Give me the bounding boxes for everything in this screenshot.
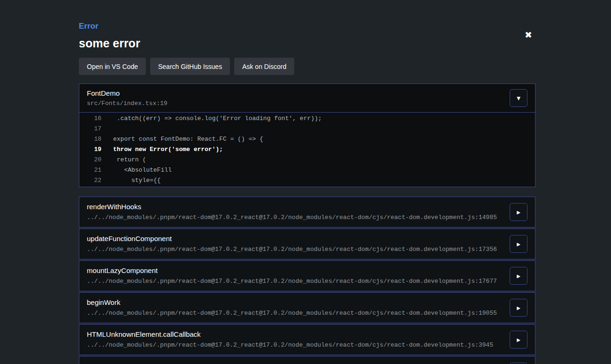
line-number: 18 — [79, 134, 101, 144]
chevron-right-icon: ▶ — [517, 273, 520, 279]
stack-frame-title: renderWithHooks — [87, 203, 527, 211]
main-stack-frame-header: FontDemo src/Fonts/index.tsx:19 ▼ — [79, 84, 535, 113]
line-text — [101, 124, 113, 134]
line-text: throw new Error('some error'); — [101, 144, 223, 155]
line-text: <AbsoluteFill — [101, 165, 172, 175]
chevron-right-icon: ▶ — [517, 242, 520, 247]
code-line-highlighted: 19 throw new Error('some error'); — [79, 144, 535, 155]
stack-frame-path: ../../node_modules/.pnpm/react-dom@17.0.… — [87, 278, 527, 285]
stack-frame-path: ../../node_modules/.pnpm/react-dom@17.0.… — [87, 214, 527, 221]
main-frame-location: src/Fonts/index.tsx:19 — [87, 100, 168, 107]
chevron-right-icon: ▶ — [517, 210, 520, 215]
main-stack-frame-info: FontDemo src/Fonts/index.tsx:19 — [87, 89, 168, 107]
code-line: 22 style={{ — [79, 175, 535, 186]
code-line: 20 return ( — [79, 155, 535, 165]
code-line: 18 export const FontDemo: React.FC = () … — [79, 134, 535, 144]
code-line: 16 .catch((err) => console.log('Error lo… — [79, 114, 535, 124]
search-github-issues-button[interactable]: Search GitHub Issues — [150, 58, 230, 75]
line-text: return ( — [101, 155, 146, 165]
open-in-vscode-button[interactable]: Open in VS Code — [79, 58, 146, 75]
expand-frame-button[interactable]: ▶ — [510, 299, 527, 317]
stack-frame-list: renderWithHooks ../../node_modules/.pnpm… — [79, 197, 535, 364]
expand-frame-button[interactable]: ▶ — [510, 267, 527, 285]
line-number: 19 — [79, 144, 101, 155]
stack-frame-updatefunctioncomponent: updateFunctionComponent ../../node_modul… — [79, 228, 535, 259]
line-number: 16 — [79, 114, 101, 124]
stack-frame-title: mountLazyComponent — [87, 266, 527, 275]
stack-frame-title: HTMLUnknownElement.callCallback — [87, 330, 527, 339]
stack-frame-path: ../../node_modules/.pnpm/react-dom@17.0.… — [87, 246, 527, 253]
code-snippet: 16 .catch((err) => console.log('Error lo… — [79, 113, 535, 187]
ask-on-discord-button[interactable]: Ask on Discord — [234, 58, 294, 75]
expand-frame-button[interactable]: ▶ — [510, 203, 527, 221]
line-text: export const FontDemo: React.FC = () => … — [101, 134, 263, 144]
stack-frame-title: updateFunctionComponent — [87, 235, 527, 243]
stack-frame-mountlazycomponent: mountLazyComponent ../../node_modules/.p… — [79, 260, 535, 291]
stack-frame-title: beginWork — [87, 298, 527, 307]
line-number: 21 — [79, 165, 101, 175]
line-number: 17 — [79, 124, 101, 134]
main-frame-title: FontDemo — [87, 89, 168, 98]
stack-frame-callcallback: HTMLUnknownElement.callCallback ../../no… — [79, 324, 535, 355]
line-number: 22 — [79, 175, 101, 186]
stack-frame-renderwithhooks: renderWithHooks ../../node_modules/.pnpm… — [79, 197, 535, 228]
stack-frame-partial: ▶ — [79, 356, 535, 364]
line-text: .catch((err) => console.log('Error loadi… — [101, 114, 322, 124]
error-overlay: Error some error Open in VS Code Search … — [79, 22, 535, 364]
stack-frame-path: ../../node_modules/.pnpm/react-dom@17.0.… — [87, 310, 527, 317]
code-line: 21 <AbsoluteFill — [79, 165, 535, 175]
code-line: 17 — [79, 124, 535, 134]
chevron-right-icon: ▶ — [517, 305, 520, 311]
main-stack-frame-card: FontDemo src/Fonts/index.tsx:19 ▼ 16 .ca… — [79, 83, 535, 187]
action-buttons: Open in VS Code Search GitHub Issues Ask… — [79, 58, 535, 75]
chevron-down-icon: ▼ — [517, 96, 520, 101]
error-type-label: Error — [79, 22, 535, 31]
chevron-right-icon: ▶ — [517, 337, 520, 342]
expand-frame-button[interactable]: ▶ — [510, 235, 527, 253]
line-number: 20 — [79, 155, 101, 165]
line-text: style={{ — [101, 175, 160, 186]
stack-frame-path: ../../node_modules/.pnpm/react-dom@17.0.… — [87, 341, 527, 349]
expand-frame-button[interactable]: ▶ — [510, 331, 527, 349]
stack-frame-beginwork: beginWork ../../node_modules/.pnpm/react… — [79, 292, 535, 323]
collapse-frame-button[interactable]: ▼ — [510, 89, 527, 107]
error-message: some error — [79, 37, 535, 50]
